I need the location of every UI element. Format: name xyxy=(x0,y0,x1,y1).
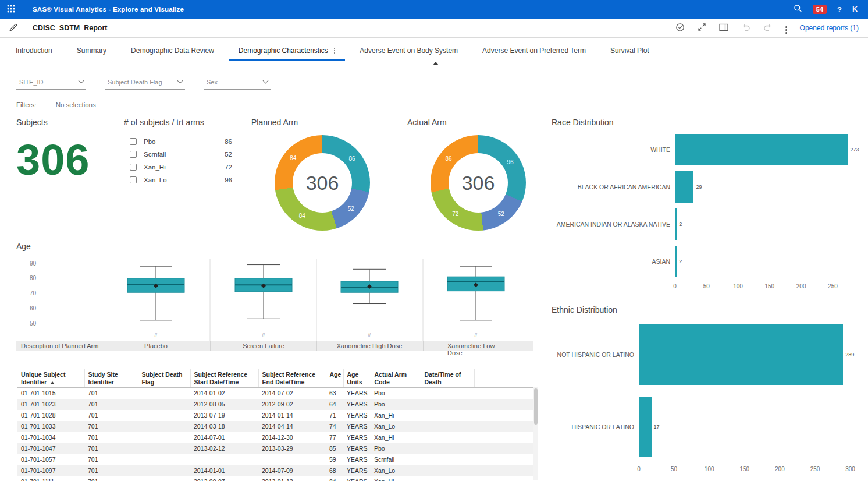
tab-label: Demographic Data Review xyxy=(131,47,214,55)
bar-category-label: HISPANIC OR LATINO xyxy=(552,423,639,430)
bar-category-label: WHITE xyxy=(552,146,675,153)
data-status-button[interactable] xyxy=(675,23,685,34)
bar-category-label: AMERICAN INDIAN OR ALASKA NATIVE xyxy=(552,221,675,228)
donut-total-value: 306 xyxy=(462,172,495,195)
tab-demographic-characteristics[interactable]: Demographic Characteristics xyxy=(226,38,348,63)
more-options-button[interactable] xyxy=(785,24,787,33)
table-cell xyxy=(421,410,474,421)
table-row[interactable]: 01-701-10337012014-03-182014-04-1474YEAR… xyxy=(17,421,533,432)
checkbox[interactable] xyxy=(130,176,137,183)
column-header-subject-reference-end-date-time[interactable]: Subject Reference End Date/Time xyxy=(258,369,326,388)
column-header-date-time-of-death[interactable]: Date/Time of Death xyxy=(421,369,474,388)
app-bar-actions: 54 ? K xyxy=(794,4,861,15)
dropdown-placeholder: Sex xyxy=(207,79,218,86)
table-cell: 2012-08-05 xyxy=(190,399,258,410)
checkbox[interactable] xyxy=(130,138,137,145)
trt-arm-row-pbo[interactable]: Pbo86 xyxy=(124,135,232,148)
bar-black-or-african-american[interactable] xyxy=(675,171,693,203)
dropdown-placeholder: Subject Death Flag xyxy=(108,79,162,86)
trt-arms-list: Pbo86Scrnfail52Xan_Hi72Xan_Lo96 xyxy=(124,135,232,186)
table-cell: 2014-01-02 xyxy=(190,388,258,399)
panel-title: Race Distribution xyxy=(552,116,852,128)
tab-adverse-event-on-preferred-term[interactable]: Adverse Event on Preferred Term xyxy=(470,38,598,63)
fullscreen-button[interactable] xyxy=(698,23,706,33)
table-cell: 2014-01-14 xyxy=(258,410,326,421)
subjects-table[interactable]: Unique Subject IdentifierStudy Site Iden… xyxy=(17,369,533,481)
search-button[interactable] xyxy=(794,4,802,15)
tab-demographic-data-review[interactable]: Demographic Data Review xyxy=(119,38,226,63)
bar-asian[interactable] xyxy=(675,246,677,277)
notification-badge[interactable]: 54 xyxy=(813,5,827,14)
table-cell: Xan_Hi xyxy=(371,410,421,421)
undo-button[interactable] xyxy=(741,23,750,34)
table-cell: YEARS xyxy=(343,388,371,399)
table-row[interactable]: 01-701-10347012014-07-012014-12-3077YEAR… xyxy=(17,432,533,443)
bar-not-hispanic-or-latino[interactable] xyxy=(639,324,843,385)
table-cell xyxy=(421,465,474,476)
tab-options-icon[interactable] xyxy=(334,50,336,52)
table-cell: 84 xyxy=(326,476,343,481)
page-collapse-caret-icon[interactable] xyxy=(433,62,439,65)
table-row[interactable]: 01-701-10237012012-08-052012-09-0264YEAR… xyxy=(17,399,533,410)
bar-white[interactable] xyxy=(675,134,848,165)
table-row[interactable]: 01-701-10477012013-02-122013-03-2985YEAR… xyxy=(17,443,533,454)
trt-arm-row-xan-lo[interactable]: Xan_Lo96 xyxy=(124,174,232,186)
actual-arm-donut[interactable]: 306 96527286 xyxy=(431,135,526,231)
table-row[interactable]: 01-701-10977012014-01-012014-07-0968YEAR… xyxy=(17,465,533,476)
tab-introduction[interactable]: Introduction xyxy=(3,38,65,63)
x-axis-ticks: 050100150200250 xyxy=(675,282,852,291)
redo-button[interactable] xyxy=(763,23,773,34)
table-cell xyxy=(474,410,533,421)
table-row[interactable]: 01-701-10157012014-01-022014-07-0263YEAR… xyxy=(17,388,533,399)
column-header-age[interactable]: Age xyxy=(326,369,343,388)
user-avatar[interactable]: K xyxy=(852,5,858,13)
panel-layout-button[interactable] xyxy=(719,23,728,33)
search-icon xyxy=(794,4,802,13)
column-header-subject-death-flag[interactable]: Subject Death Flag xyxy=(138,369,190,388)
scrollbar-thumb[interactable] xyxy=(534,388,538,425)
edit-report-button[interactable] xyxy=(9,23,17,33)
panel-title: Age xyxy=(16,241,533,252)
column-header-actual-arm-code[interactable]: Actual Arm Code xyxy=(371,369,421,388)
table-row[interactable]: 01-701-105770159YEARSScrnfail xyxy=(17,454,533,465)
table-cell: 01-701-1028 xyxy=(17,410,84,421)
table-cell xyxy=(138,410,190,421)
age-boxplot[interactable]: 9080706050#### xyxy=(16,259,533,341)
table-cell xyxy=(138,454,190,465)
bar-american-indian-or-alaska-native[interactable] xyxy=(675,208,677,240)
table-cell: Pbo xyxy=(371,388,421,399)
trt-arm-count: 52 xyxy=(225,151,232,158)
table-row[interactable]: 01-701-11117012012-09-072013-01-1284YEAR… xyxy=(17,476,533,481)
tab-summary[interactable]: Summary xyxy=(65,38,119,63)
table-cell: 2012-09-07 xyxy=(190,476,258,481)
trt-arm-row-scrnfail[interactable]: Scrnfail52 xyxy=(124,148,232,161)
column-header-subject-reference-start-date-time[interactable]: Subject Reference Start Date/Time xyxy=(190,369,258,388)
column-header-age-units[interactable]: Age Units xyxy=(343,369,371,388)
opened-reports-link[interactable]: Opened reports (1) xyxy=(800,24,859,32)
table-row[interactable]: 01-701-10287012013-07-192014-01-1471YEAR… xyxy=(17,410,533,421)
tab-survival-plot[interactable]: Survival Plot xyxy=(598,38,661,63)
race-bar-chart[interactable]: WHITE273BLACK OR AFRICAN AMERICAN29AMERI… xyxy=(552,131,852,291)
checkbox[interactable] xyxy=(130,151,137,158)
report-toolbar-actions: Opened reports (1) xyxy=(675,23,859,34)
filter-dropdown-site-id[interactable]: SITE_ID xyxy=(16,75,86,90)
table-cell: 701 xyxy=(84,421,138,432)
tab-adverse-event-on-body-system[interactable]: Adverse Event on Body System xyxy=(347,38,470,63)
column-header-study-site-identifier[interactable]: Study Site Identifier xyxy=(84,369,138,388)
ethnic-bar-chart[interactable]: NOT HISPANIC OR LATINO289HISPANIC OR LAT… xyxy=(552,319,852,474)
table-scrollbar[interactable] xyxy=(533,387,538,480)
table-cell: 64 xyxy=(326,399,343,410)
trt-arm-row-xan-hi[interactable]: Xan_Hi72 xyxy=(124,161,232,174)
bar-hispanic-or-latino[interactable] xyxy=(639,397,652,457)
planned-arm-donut[interactable]: 306 86528484 xyxy=(275,135,370,231)
table-cell xyxy=(421,432,474,443)
table-cell: YEARS xyxy=(343,443,371,454)
help-button[interactable]: ? xyxy=(837,5,842,14)
filter-dropdown-sex[interactable]: Sex xyxy=(204,75,271,90)
column-header-unique-subject-identifier[interactable]: Unique Subject Identifier xyxy=(17,369,84,388)
side-panel-icon xyxy=(719,23,728,31)
checkbox[interactable] xyxy=(130,164,137,171)
filter-dropdown-subject-death-flag[interactable]: Subject Death Flag xyxy=(105,75,185,90)
trt-arm-count: 72 xyxy=(225,164,232,171)
app-switcher-button[interactable] xyxy=(7,5,15,15)
